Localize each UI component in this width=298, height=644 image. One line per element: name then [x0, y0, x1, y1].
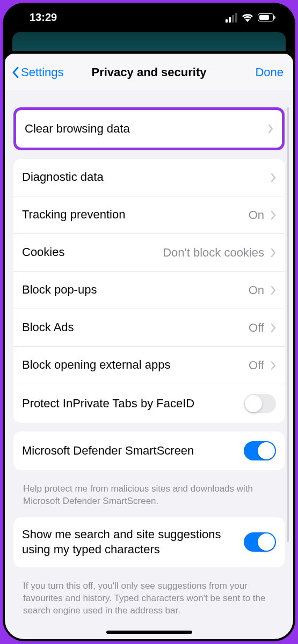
row-block-popups[interactable]: Block pop-ups On: [13, 272, 285, 309]
row-cookies[interactable]: Cookies Don't block cookies: [13, 234, 285, 272]
home-indicator[interactable]: [106, 631, 192, 634]
row-value: Off: [249, 321, 264, 335]
scrollbar[interactable]: [287, 107, 289, 542]
chevron-right-icon: [271, 173, 276, 182]
back-button[interactable]: Settings: [11, 65, 64, 79]
back-label: Settings: [21, 65, 64, 79]
row-label: Block pop-ups: [22, 282, 242, 298]
row-label: Microsoft Defender SmartScreen: [22, 443, 237, 459]
status-time: 13:29: [30, 11, 57, 24]
row-value: Don't block cookies: [163, 246, 264, 260]
row-label: Block Ads: [22, 320, 242, 335]
row-label: Block opening external apps: [22, 357, 242, 373]
section-footer-smartscreen: Help protect me from malicious sites and…: [13, 479, 285, 517]
row-label: Show me search and site suggestions usin…: [22, 527, 237, 558]
toggle-protect-inprivate[interactable]: [244, 394, 276, 413]
settings-section-smartscreen: Microsoft Defender SmartScreen: [13, 431, 285, 470]
page-title: Privacy and security: [91, 65, 206, 79]
row-value: Off: [249, 358, 264, 372]
status-icons: [226, 13, 274, 23]
row-block-external-apps[interactable]: Block opening external apps Off: [13, 347, 285, 384]
row-tracking-prevention[interactable]: Tracking prevention On: [13, 196, 285, 234]
row-label: Tracking prevention: [22, 207, 242, 223]
settings-section-main: Diagnostic data Tracking prevention On C…: [13, 159, 285, 423]
settings-section-highlighted: Clear browsing data: [13, 107, 285, 150]
device-frame: 13:29 Settings Priva: [3, 3, 295, 641]
chevron-right-icon: [268, 124, 273, 134]
battery-icon: [258, 13, 274, 21]
chevron-right-icon: [271, 286, 276, 295]
row-block-ads[interactable]: Block Ads Off: [13, 309, 285, 347]
row-value: On: [249, 283, 264, 297]
section-footer-suggestions: If you turn this off, you'll only see su…: [13, 576, 285, 627]
toggle-defender-smartscreen[interactable]: [244, 441, 276, 460]
row-value: On: [249, 208, 264, 222]
settings-content[interactable]: Clear browsing data Diagnostic data Trac…: [5, 91, 293, 639]
row-diagnostic-data[interactable]: Diagnostic data: [13, 159, 285, 196]
chevron-right-icon: [271, 248, 276, 258]
chevron-left-icon: [11, 66, 20, 79]
chevron-right-icon: [271, 210, 276, 220]
done-button[interactable]: Done: [255, 65, 284, 79]
row-defender-smartscreen: Microsoft Defender SmartScreen: [13, 431, 285, 470]
chevron-right-icon: [271, 323, 276, 333]
row-label: Diagnostic data: [22, 170, 264, 185]
wifi-icon: [242, 13, 253, 22]
row-search-suggestions: Show me search and site suggestions usin…: [13, 517, 285, 567]
app-background-strip: [12, 32, 286, 51]
toggle-search-suggestions[interactable]: [244, 532, 276, 552]
row-label: Cookies: [22, 245, 156, 260]
chevron-right-icon: [271, 361, 276, 370]
row-label: Clear browsing data: [25, 121, 261, 137]
cellular-signal-icon: [226, 13, 237, 23]
row-clear-browsing-data[interactable]: Clear browsing data: [16, 110, 282, 148]
row-protect-inprivate-faceid: Protect InPrivate Tabs by FaceID: [13, 384, 285, 423]
row-label: Protect InPrivate Tabs by FaceID: [22, 396, 237, 412]
settings-section-suggestions: Show me search and site suggestions usin…: [13, 517, 285, 567]
settings-sheet: Settings Privacy and security Done Clear…: [5, 54, 293, 639]
status-bar: 13:29: [3, 3, 295, 32]
navigation-bar: Settings Privacy and security Done: [5, 54, 293, 91]
